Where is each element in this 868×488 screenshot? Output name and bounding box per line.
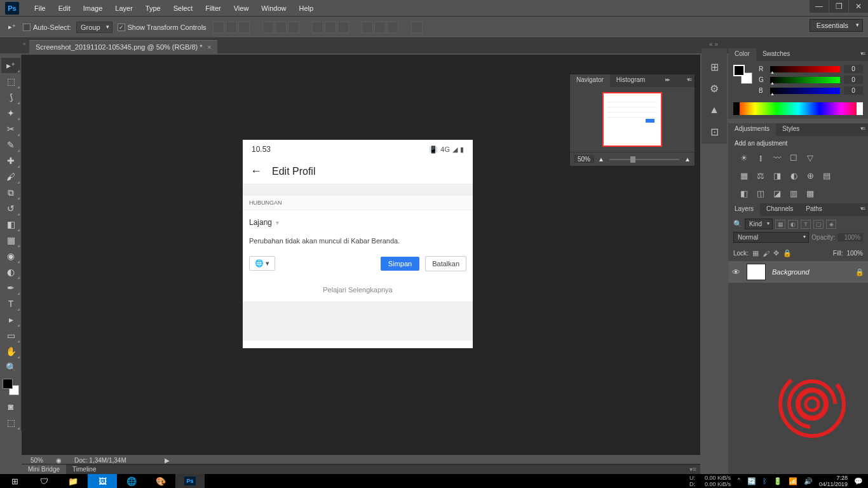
layer-filter-kind[interactable]: Kind	[745, 219, 773, 229]
threshold-icon[interactable]: ◪	[770, 187, 784, 199]
tab-adjustments[interactable]: Adjustments	[728, 123, 776, 136]
gradient-map-icon[interactable]: ▥	[787, 187, 801, 199]
adjustments-strip-icon[interactable]: ⊡	[705, 122, 724, 141]
distribute-bottom-icon[interactable]	[337, 22, 349, 33]
clock[interactable]: 7:28 04/11/2019	[819, 475, 848, 487]
magic-wand-tool[interactable]: ✦	[1, 105, 20, 121]
tab-histogram[interactable]: Histogram	[610, 74, 652, 87]
filter-type-icon[interactable]: T	[801, 220, 811, 229]
zoom-out-icon[interactable]: ▲	[598, 156, 604, 163]
brightness-icon[interactable]: ☀	[737, 152, 751, 163]
align-right-icon[interactable]	[288, 22, 299, 33]
layer-name[interactable]: Background	[772, 268, 855, 276]
menu-select[interactable]: Select	[167, 4, 200, 12]
tray-sync-icon[interactable]: 🔄	[747, 477, 756, 485]
collapse-left-icon[interactable]: «	[23, 41, 28, 47]
vibrance-icon[interactable]: ▽	[803, 152, 817, 163]
window-close[interactable]: ✕	[849, 0, 868, 13]
tray-bluetooth-icon[interactable]: ᛒ	[763, 477, 767, 485]
invert-icon[interactable]: ◧	[737, 187, 751, 199]
tab-channels[interactable]: Channels	[760, 203, 799, 216]
info-icon[interactable]: ▲	[705, 100, 724, 119]
dodge-tool[interactable]: ◐	[1, 264, 20, 280]
photo-filter-icon[interactable]: ◐	[787, 170, 801, 181]
filter-adjust-icon[interactable]: ◐	[788, 220, 798, 229]
menu-view[interactable]: View	[227, 4, 255, 12]
color-spectrum[interactable]	[733, 102, 863, 115]
pen-tool[interactable]: ✒	[1, 280, 20, 295]
blur-tool[interactable]: ◉	[1, 248, 20, 264]
r-slider[interactable]: ▲	[770, 66, 840, 72]
navigator-menu-icon[interactable]: ▾≡	[683, 74, 695, 87]
type-tool[interactable]: T	[1, 296, 20, 311]
navigator-zoom[interactable]: 50%	[574, 155, 594, 163]
tab-layers[interactable]: Layers	[728, 203, 760, 216]
distribute-hcenter-icon[interactable]	[374, 22, 386, 33]
distribute-right-icon[interactable]	[387, 22, 398, 33]
layers-menu-icon[interactable]: ▾≡	[857, 203, 868, 216]
layer-thumbnail[interactable]	[747, 264, 766, 280]
navigator-collapse-icon[interactable]: ▸▸	[661, 74, 673, 87]
crop-tool[interactable]: ✂	[1, 121, 20, 137]
document-canvas[interactable]: 10.53 📳 4G ◢ ▮ ← Edit Profil HUBUNGAN La…	[243, 140, 473, 348]
quick-mask-tool[interactable]: ◙	[1, 399, 20, 414]
lock-all-icon[interactable]: 🔒	[783, 249, 792, 257]
auto-select-dropdown[interactable]: Group	[76, 22, 112, 33]
distribute-top-icon[interactable]	[312, 22, 323, 33]
posterize-icon[interactable]: ◫	[754, 187, 768, 199]
blend-mode-dropdown[interactable]: Normal	[733, 232, 809, 243]
auto-select-checkbox[interactable]	[23, 24, 31, 31]
levels-icon[interactable]: ⫿	[754, 152, 768, 163]
menu-help[interactable]: Help	[292, 4, 320, 12]
tray-wifi-icon[interactable]: 📶	[789, 477, 797, 485]
filter-pixel-icon[interactable]: ▦	[775, 220, 785, 229]
tab-swatches[interactable]: Swatches	[756, 48, 796, 61]
tab-paths[interactable]: Paths	[799, 203, 829, 216]
layer-background[interactable]: 👁 Background 🔒	[728, 261, 868, 283]
distribute-left-icon[interactable]	[362, 22, 373, 33]
menu-filter[interactable]: Filter	[199, 4, 227, 12]
navigator-thumbnail[interactable]	[602, 92, 662, 147]
workspace-switcher[interactable]: Essentials	[810, 19, 863, 32]
balance-icon[interactable]: ⚖	[754, 170, 768, 181]
healing-brush-tool[interactable]: ✚	[1, 153, 20, 168]
navigator-zoom-slider[interactable]	[609, 159, 679, 160]
g-slider[interactable]: ▲	[770, 77, 840, 83]
filter-smart-icon[interactable]: ◈	[826, 220, 836, 229]
clone-stamp-tool[interactable]: ⧉	[1, 185, 20, 200]
notification-icon[interactable]: 💬	[854, 477, 863, 485]
color-menu-icon[interactable]: ▾≡	[857, 48, 868, 61]
close-tab-icon[interactable]: ×	[208, 44, 212, 51]
gradient-tool[interactable]: ▦	[1, 233, 20, 248]
menu-window[interactable]: Window	[255, 4, 292, 12]
bw-icon[interactable]: ◨	[770, 170, 784, 181]
align-top-icon[interactable]	[213, 22, 224, 33]
eyedropper-tool[interactable]: ✎	[1, 137, 20, 152]
align-hcenter-icon[interactable]	[275, 22, 287, 33]
move-tool[interactable]: ▸⁺	[1, 58, 20, 73]
histogram-icon[interactable]: ⚙	[705, 79, 724, 98]
eraser-tool[interactable]: ◧	[1, 217, 20, 232]
tab-timeline[interactable]: Timeline	[66, 464, 102, 474]
document-tab[interactable]: Screenshot_20191102-105345.png @ 50% (RG…	[29, 40, 217, 53]
r-value[interactable]: 0	[844, 65, 863, 73]
screen-mode-tool[interactable]: ⬚	[1, 415, 20, 430]
tab-navigator[interactable]: Navigator	[570, 74, 610, 87]
show-transform-checkbox[interactable]	[118, 24, 125, 31]
adjustments-menu-icon[interactable]: ▾≡	[857, 123, 868, 136]
doc-info-arrow[interactable]: ▶	[165, 457, 170, 464]
menu-layer[interactable]: Layer	[109, 4, 139, 12]
g-value[interactable]: 0	[844, 76, 863, 84]
tab-styles[interactable]: Styles	[776, 123, 806, 136]
history-brush-tool[interactable]: ↺	[1, 201, 20, 216]
hue-icon[interactable]: ▦	[737, 170, 751, 181]
window-minimize[interactable]: —	[810, 0, 829, 13]
navigator-icon[interactable]: ⊞	[705, 57, 724, 76]
zoom-in-icon[interactable]: ▲	[684, 156, 691, 163]
menu-edit[interactable]: Edit	[52, 4, 77, 12]
photos-app-icon[interactable]: 🖼	[88, 474, 117, 488]
path-selection-tool[interactable]: ▸	[1, 312, 20, 327]
photoshop-taskbar-icon[interactable]: Ps	[175, 474, 205, 488]
tab-color[interactable]: Color	[728, 48, 756, 61]
opacity-value[interactable]: 100%	[837, 233, 863, 241]
